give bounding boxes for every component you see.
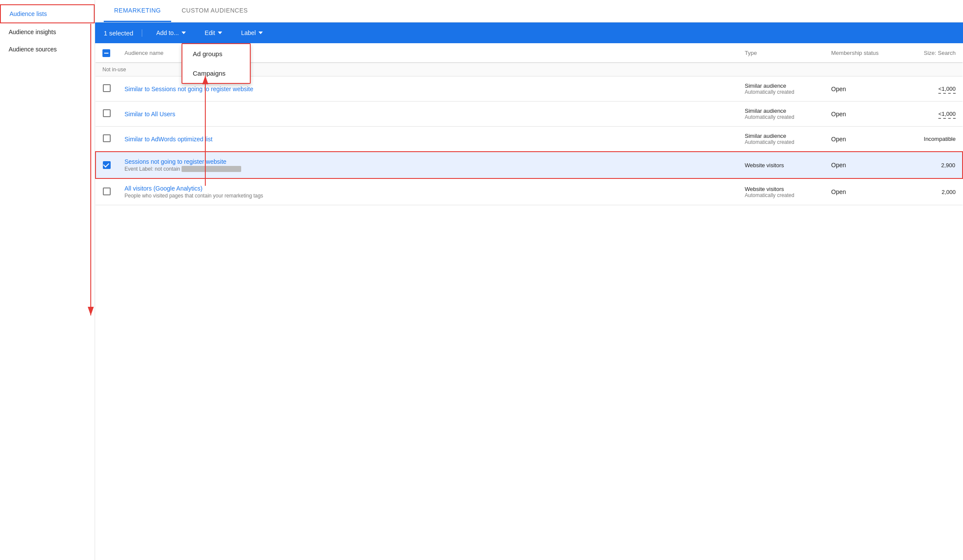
add-to-button[interactable]: Add to... [151,27,191,39]
type-main: Similar audience [745,108,817,114]
membership-value: Open [831,86,846,92]
audience-cell: Similar to All Users [118,102,738,127]
membership-cell: Open [824,178,893,205]
audience-sub: Event Label: not contain want to www.any… [124,166,731,172]
row-checkbox[interactable] [103,84,111,92]
blurred-text: register website [211,86,253,92]
size-value: <1,000 [938,86,956,94]
row-checkbox[interactable] [103,134,111,142]
type-sub: Automatically created [745,114,817,120]
main-content: REMARKETING CUSTOM AUDIENCES 1 selected … [95,0,963,560]
col-header-membership: Membership status [824,43,893,63]
size-cell: <1,000 [893,76,963,102]
size-value: Incompatible [924,136,956,142]
type-main: Similar audience [745,83,817,89]
edit-button[interactable]: Edit [200,27,227,39]
audience-cell: All visitors (Google Analytics)People wh… [118,178,738,205]
size-cell: 2,000 [893,178,963,205]
audience-table: Audience name Type Membership status Siz… [95,43,963,560]
table-row: Similar to AdWords optimized list Simila… [96,127,963,152]
type-sub: Automatically created [745,89,817,95]
row-checkbox[interactable] [103,109,111,117]
type-sub: Automatically created [745,139,817,145]
size-cell: 2,900 [893,152,963,178]
type-cell: Website visitors [738,152,824,178]
membership-cell: Open [824,76,893,102]
size-value: <1,000 [938,111,956,119]
checkbox-cell [96,127,118,152]
membership-value: Open [831,111,846,118]
type-sub: Automatically created [745,192,817,198]
membership-cell: Open [824,127,893,152]
toolbar: 1 selected Add to... Edit Label Ad group… [95,22,963,43]
membership-value: Open [831,136,846,143]
table-row: All visitors (Google Analytics)People wh… [96,178,963,205]
audience-cell: Sessions not going to register websiteEv… [118,152,738,178]
audience-name-link[interactable]: Sessions not going to register website [124,158,226,165]
checkbox-cell [96,178,118,205]
selected-count: 1 selected [104,29,142,37]
checkbox-cell [96,102,118,127]
audience-name-link[interactable]: Similar to AdWords optimized list [124,136,213,143]
add-to-chevron-icon [182,32,186,34]
tab-custom-audiences[interactable]: CUSTOM AUDIENCES [171,0,258,22]
label-chevron-icon [258,32,263,34]
row-checkbox[interactable] [103,161,111,169]
label-button[interactable]: Label [236,27,268,39]
audience-name-link[interactable]: All visitors (Google Analytics) [124,185,203,192]
edit-chevron-icon [218,32,222,34]
dropdown-item-ad-groups[interactable]: Ad groups [182,44,250,64]
audience-cell: Similar to AdWords optimized list [118,127,738,152]
membership-value: Open [831,162,846,169]
type-cell: Similar audienceAutomatically created [738,102,824,127]
blurred-text: register website [184,158,226,165]
select-all-checkbox[interactable] [102,49,110,57]
dropdown-item-campaigns[interactable]: Campaigns [182,64,250,83]
type-cell: Website visitorsAutomatically created [738,178,824,205]
audience-name-link[interactable]: Similar to Sessions not going to registe… [124,86,253,92]
type-cell: Similar audienceAutomatically created [738,127,824,152]
add-to-dropdown: Ad groups Campaigns [182,43,251,84]
type-cell: Similar audienceAutomatically created [738,76,824,102]
sidebar-item-audience-insights[interactable]: Audience insights [0,23,95,41]
membership-cell: Open [824,102,893,127]
size-cell: Incompatible [893,127,963,152]
size-value: 2,900 [941,162,955,169]
tab-remarketing[interactable]: REMARKETING [104,0,171,22]
checkbox-cell [96,76,118,102]
table-row: Sessions not going to register websiteEv… [96,152,963,178]
table-row: Similar to All Users Similar audienceAut… [96,102,963,127]
sidebar-item-audience-lists[interactable]: Audience lists [0,4,95,23]
col-header-size: Size: Search [893,43,963,63]
checkbox-cell [96,152,118,178]
blurred-sub: want to www.anysite.com/ [182,166,241,172]
tabs-bar: REMARKETING CUSTOM AUDIENCES [95,0,963,22]
membership-cell: Open [824,152,893,178]
size-cell: <1,000 [893,102,963,127]
type-main: Website visitors [745,162,817,169]
type-main: Website visitors [745,186,817,192]
size-value: 2,000 [941,189,956,195]
audience-name-link[interactable]: Similar to All Users [124,111,175,118]
col-header-type: Type [738,43,824,63]
sidebar: Audience lists Audience insights Audienc… [0,0,95,560]
sidebar-item-audience-sources[interactable]: Audience sources [0,41,95,58]
row-checkbox[interactable] [103,188,111,195]
audience-sub: People who visited pages that contain yo… [124,193,731,199]
type-main: Similar audience [745,133,817,139]
membership-value: Open [831,188,846,195]
